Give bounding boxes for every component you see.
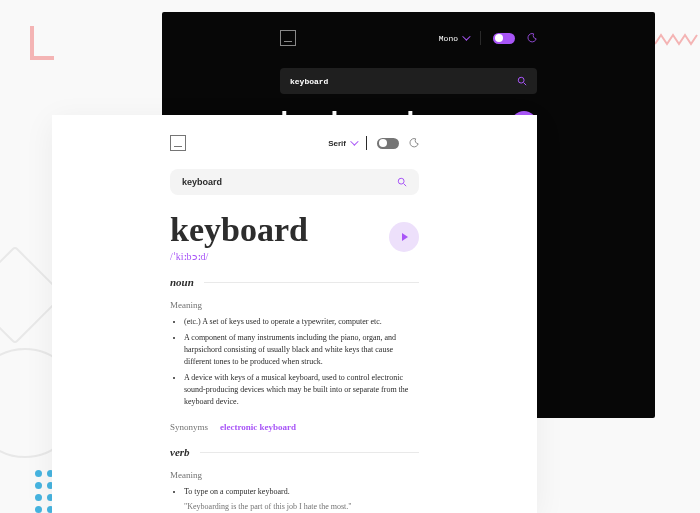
pos-row-noun: noun <box>170 276 419 288</box>
meaning-label: Meaning <box>170 300 419 310</box>
light-controls: Serif <box>328 136 419 150</box>
meaning-list-verb: To type on a computer keyboard. <box>170 486 419 498</box>
meaning-item: (etc.) A set of keys used to operate a t… <box>184 316 419 328</box>
theme-toggle[interactable] <box>377 138 399 149</box>
search-icon <box>397 177 407 187</box>
logo-icon[interactable] <box>170 135 186 151</box>
light-header: Serif <box>170 115 419 151</box>
pos-label: noun <box>170 276 194 288</box>
meaning-label: Meaning <box>170 470 419 480</box>
theme-toggle[interactable] <box>493 33 515 44</box>
dark-header: Mono <box>162 12 655 64</box>
meaning-example: "Keyboarding is the part of this job I h… <box>184 502 419 511</box>
font-selector-label: Mono <box>439 34 458 43</box>
svg-line-3 <box>404 184 407 187</box>
word-row: keyboard /ˈkiːbɔːd/ <box>170 211 419 262</box>
font-selector[interactable]: Mono <box>439 34 468 43</box>
word-heading: keyboard <box>170 211 308 249</box>
synonyms-label: Synonyms <box>170 422 208 432</box>
divider <box>200 452 419 453</box>
meaning-item: To type on a computer keyboard. <box>184 486 419 498</box>
font-selector[interactable]: Serif <box>328 139 356 148</box>
moon-icon <box>409 138 419 148</box>
meaning-item: A component of many instruments includin… <box>184 332 419 368</box>
pos-row-verb: verb <box>170 446 419 458</box>
svg-line-1 <box>524 83 527 86</box>
logo-icon[interactable] <box>280 30 296 46</box>
search-input[interactable]: keyboard <box>170 169 419 195</box>
chevron-down-icon <box>350 137 358 145</box>
search-value: keyboard <box>290 77 328 86</box>
svg-point-2 <box>398 178 404 184</box>
synonym-link[interactable]: electronic keyboard <box>220 422 296 432</box>
decoration-l-shape <box>30 26 54 60</box>
divider <box>480 31 481 45</box>
synonyms-row: Synonyms electronic keyboard <box>170 422 419 432</box>
dark-controls: Mono <box>439 31 537 45</box>
phonetic: /ˈkiːbɔːd/ <box>170 251 308 262</box>
pos-label: verb <box>170 446 190 458</box>
light-theme-preview: Serif keyboard keyboard /ˈkiːbɔːd/ noun … <box>52 115 537 513</box>
svg-point-0 <box>518 77 524 83</box>
meaning-item: A device with keys of a musical keyboard… <box>184 372 419 408</box>
chevron-down-icon <box>462 32 470 40</box>
play-icon <box>402 233 408 241</box>
divider <box>366 136 367 150</box>
play-button[interactable] <box>389 222 419 252</box>
divider <box>204 282 419 283</box>
search-input-dark[interactable]: keyboard <box>280 68 537 94</box>
decoration-zigzag <box>655 32 700 52</box>
moon-icon <box>527 33 537 43</box>
meaning-list-noun: (etc.) A set of keys used to operate a t… <box>170 316 419 408</box>
font-selector-label: Serif <box>328 139 346 148</box>
search-icon <box>517 76 527 86</box>
search-value: keyboard <box>182 177 222 187</box>
